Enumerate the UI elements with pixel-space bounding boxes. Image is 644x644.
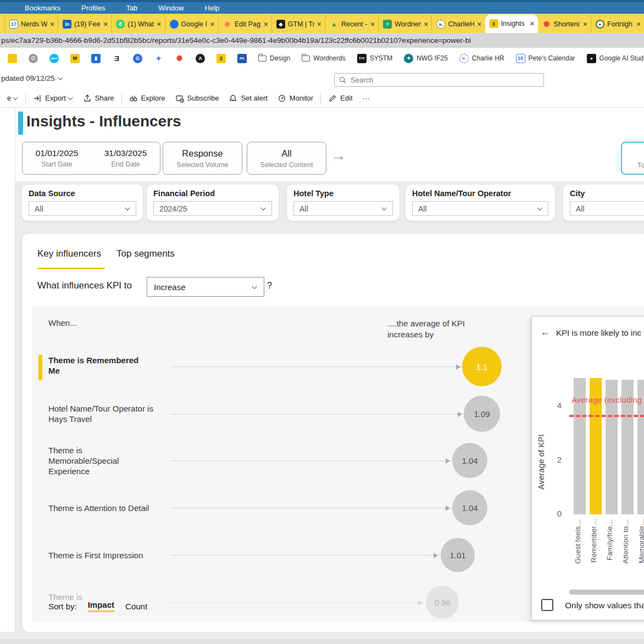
charliehr-icon: ie. (459, 54, 469, 63)
start-date-value[interactable]: 01/01/2025 (36, 148, 79, 158)
trello-favicon[interactable]: ▮ (91, 54, 101, 63)
financial-period-dropdown[interactable]: 2024/25 (153, 201, 272, 216)
horizontal-scrollbar[interactable] (569, 590, 644, 595)
browser-tab[interactable]: in (19) Fee × (58, 15, 111, 33)
only-show-values-checkbox[interactable] (541, 599, 553, 611)
selected-row-marker (38, 355, 42, 380)
influencer-label[interactable]: Theme is Remembered Me (48, 355, 150, 376)
bookmark-systm[interactable]: SYS SYSTM (357, 54, 392, 63)
close-icon[interactable]: × (210, 20, 215, 28)
browser-tab[interactable]: ✆ (1) What × (111, 15, 164, 33)
g-favicon[interactable]: G (133, 54, 142, 63)
menu-bookmarks[interactable]: Bookmarks (25, 2, 60, 12)
close-icon[interactable]: × (477, 20, 481, 28)
sort-impact-option[interactable]: Impact (88, 600, 114, 612)
bookmark-design[interactable]: Design (258, 54, 290, 62)
influencer-label[interactable]: Theme is First Impression (48, 550, 175, 560)
menu-tab[interactable]: Tab (126, 2, 137, 12)
more-options-button[interactable]: ··· (358, 94, 375, 102)
subscribe-button[interactable]: Subscribe (170, 94, 224, 103)
bookmark-nwg[interactable]: ✦ NWG IF25 (404, 54, 448, 63)
monitor-button[interactable]: Monitor (273, 94, 318, 103)
d-favicon[interactable]: Ǝ (112, 54, 121, 63)
tab-key-influencers[interactable]: Key influencers (37, 248, 101, 259)
tab-top-segments[interactable]: Top segments (116, 248, 175, 259)
export-button[interactable]: Export (28, 94, 78, 103)
influencer-label[interactable]: Hotel Name/Tour Operator is Hays Travel (48, 403, 158, 424)
browser-tab-active[interactable]: ▮ Insights × (485, 14, 538, 33)
city-dropdown[interactable]: All (570, 201, 644, 216)
bookmark-wordnerds[interactable]: Wordnerds (302, 54, 345, 62)
report-toolbar: e Export Share Explore (0, 89, 644, 108)
start-date-label: Start Date (41, 160, 72, 168)
highlighted-slicer-card[interactable]: To (621, 142, 644, 175)
influencer-label[interactable]: Theme is Attention to Detail (48, 503, 175, 513)
browser-tab[interactable]: ie. CharlieH × (431, 15, 485, 33)
menu-window[interactable]: Window (158, 2, 184, 12)
influence-bubble[interactable]: 1.04 (452, 443, 487, 478)
kpi-direction-dropdown[interactable]: Increase (147, 277, 264, 297)
selected-content-card[interactable]: All Selected Content (247, 142, 326, 175)
data-source-dropdown[interactable]: All (29, 201, 136, 216)
address-bar[interactable]: ps/ec7aa729-b36b-4666-b9d6-2d51bf82b5bc/… (0, 33, 644, 48)
influence-bubble[interactable]: 1.1 (462, 347, 502, 386)
close-icon[interactable]: × (424, 20, 428, 28)
close-icon[interactable]: × (370, 20, 375, 28)
last-updated[interactable]: pdated 09/12/25 (1, 74, 63, 82)
bookmark-charliehr[interactable]: ie. Charlie HR (459, 54, 504, 63)
explore-button[interactable]: Explore (124, 94, 170, 103)
set-alert-button[interactable]: Set alert (224, 94, 272, 103)
end-date-value[interactable]: 31/03/2025 (104, 148, 147, 158)
monzo-favicon[interactable]: M (70, 54, 80, 63)
influence-bubble[interactable]: 1.04 (452, 490, 487, 525)
bookmark-ai-studio-1[interactable]: ◕ Google AI Studio (587, 54, 644, 63)
power-favicon[interactable]: ⏻ (29, 54, 38, 63)
menu-help[interactable]: Help (205, 2, 220, 12)
browser-tab[interactable]: ● Fortnigh × (591, 15, 644, 33)
xero-favicon[interactable]: xero (49, 54, 59, 63)
close-icon[interactable]: × (264, 20, 268, 28)
browser-tab[interactable]: 17 Nerds W × (4, 15, 58, 33)
keep-favicon[interactable] (8, 54, 17, 63)
influence-bubble[interactable]: 1.01 (441, 538, 475, 572)
divider (320, 93, 321, 103)
gemini-favicon[interactable]: ✦ (154, 54, 163, 63)
share-button[interactable]: Share (78, 94, 119, 103)
starburst-favicon[interactable]: ✺ (175, 54, 184, 63)
back-arrow-icon[interactable]: ← (541, 327, 550, 338)
biggolf-favicon[interactable]: BIG (237, 54, 247, 63)
x-tick-label: Remember… (590, 519, 602, 582)
powerbi-favicon[interactable]: ▮ (216, 54, 226, 63)
help-icon[interactable]: ? (267, 281, 272, 291)
file-menu-fragment[interactable]: e (2, 94, 23, 102)
close-icon[interactable]: × (157, 20, 161, 28)
sort-count-option[interactable]: Count (125, 602, 147, 611)
influence-bubble[interactable]: 1.09 (464, 396, 500, 432)
a-favicon[interactable]: A (196, 54, 205, 63)
close-icon[interactable]: × (530, 20, 535, 27)
browser-tab[interactable]: Google I × (165, 15, 218, 33)
influence-bubble[interactable]: 0.96 (426, 586, 459, 619)
hotel-name-dropdown[interactable]: All (412, 201, 548, 216)
close-icon[interactable]: × (583, 20, 587, 28)
bookmark-petes-calendar[interactable]: 10 Pete's Calendar (516, 54, 575, 63)
close-icon[interactable]: × (103, 20, 108, 28)
search-input[interactable]: Search (334, 73, 544, 87)
close-icon[interactable]: × (50, 20, 54, 28)
when-label: When... (48, 318, 77, 327)
browser-tab[interactable]: ✹ Edit Pag × (218, 15, 271, 33)
share-icon (83, 94, 92, 103)
edit-button[interactable]: Edit (323, 94, 357, 103)
close-icon[interactable]: × (317, 20, 321, 28)
browser-tab[interactable]: + Wordner × (378, 15, 431, 33)
browser-tab[interactable]: ✺ Shorteni × (538, 15, 591, 33)
browser-tab[interactable]: ▲ Recent - × (325, 15, 378, 33)
close-icon[interactable]: × (636, 20, 641, 28)
date-range-slicer[interactable]: 01/01/2025 Start Date 31/03/2025 End Dat… (22, 142, 160, 175)
chevron-down-icon (381, 205, 387, 210)
selected-volume-card[interactable]: Response Selected Volume (163, 142, 242, 175)
menu-profiles[interactable]: Profiles (81, 2, 105, 12)
browser-tab[interactable]: ◆ GTM | Tr × (271, 15, 325, 33)
hotel-type-dropdown[interactable]: All (293, 201, 393, 216)
influencer-label[interactable]: Theme is Memorable/Special Experience (48, 445, 136, 476)
